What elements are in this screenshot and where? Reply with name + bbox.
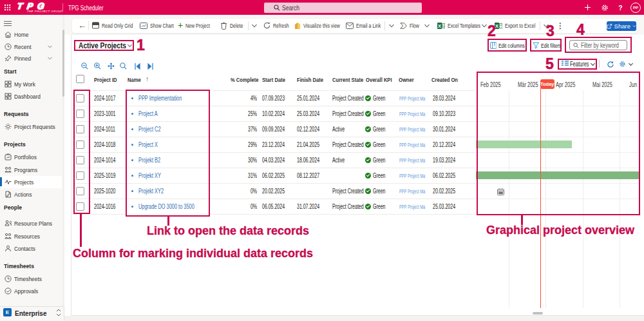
- svg-text:X: X: [438, 23, 441, 29]
- svg-text:THE PROJECT GROUP: THE PROJECT GROUP: [26, 10, 62, 14]
